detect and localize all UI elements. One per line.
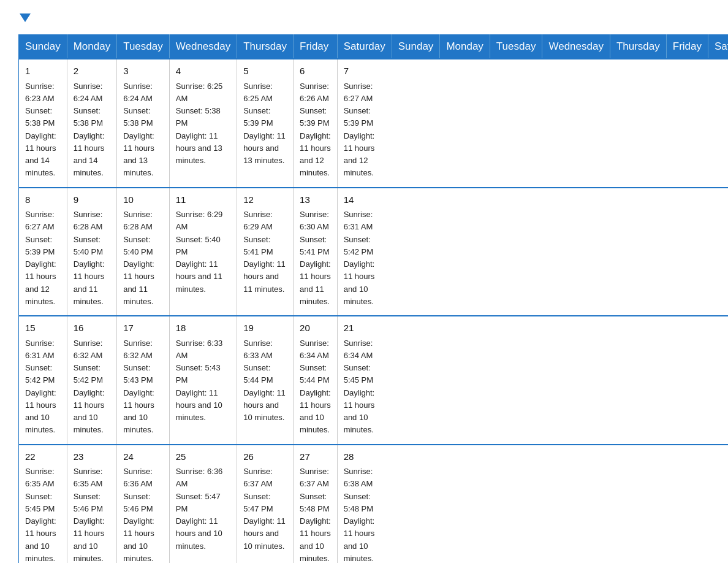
- day-info: Sunrise: 6:32 AMSunset: 5:43 PMDaylight:…: [123, 339, 154, 435]
- day-header-saturday: Saturday: [708, 35, 728, 59]
- day-cell: 4Sunrise: 6:25 AMSunset: 5:38 PMDaylight…: [169, 59, 237, 188]
- day-cell: 28Sunrise: 6:38 AMSunset: 5:48 PMDayligh…: [337, 445, 392, 564]
- day-cell: 21Sunrise: 6:34 AMSunset: 5:45 PMDayligh…: [337, 316, 392, 445]
- day-info: Sunrise: 6:25 AMSunset: 5:39 PMDaylight:…: [243, 82, 286, 166]
- day-info: Sunrise: 6:31 AMSunset: 5:42 PMDaylight:…: [25, 339, 56, 435]
- day-number: 24: [123, 450, 163, 464]
- day-cell: 14Sunrise: 6:31 AMSunset: 5:42 PMDayligh…: [337, 188, 392, 316]
- week-row-2: 8Sunrise: 6:27 AMSunset: 5:39 PMDaylight…: [19, 188, 729, 316]
- day-number: 13: [300, 193, 331, 207]
- day-info: Sunrise: 6:35 AMSunset: 5:46 PMDaylight:…: [74, 467, 105, 563]
- day-number: 3: [123, 64, 163, 79]
- day-header-friday: Friday: [666, 35, 708, 59]
- day-info: Sunrise: 6:24 AMSunset: 5:38 PMDaylight:…: [74, 82, 105, 178]
- day-cell: 2Sunrise: 6:24 AMSunset: 5:38 PMDaylight…: [67, 59, 116, 188]
- day-number: 10: [123, 193, 163, 207]
- day-info: Sunrise: 6:31 AMSunset: 5:42 PMDaylight:…: [344, 210, 375, 306]
- day-info: Sunrise: 6:30 AMSunset: 5:41 PMDaylight:…: [300, 210, 331, 306]
- day-header-thursday: Thursday: [237, 35, 294, 59]
- week-row-1: 1Sunrise: 6:23 AMSunset: 5:38 PMDaylight…: [19, 59, 729, 188]
- days-header-row: SundayMondayTuesdayWednesdayThursdayFrid…: [19, 35, 729, 59]
- day-cell: 17Sunrise: 6:32 AMSunset: 5:43 PMDayligh…: [117, 316, 170, 445]
- day-info: Sunrise: 6:37 AMSunset: 5:47 PMDaylight:…: [243, 467, 286, 551]
- day-number: 16: [74, 321, 110, 335]
- day-header-sunday: Sunday: [392, 35, 440, 59]
- day-number: 14: [344, 193, 386, 207]
- logo-triangle-icon: [20, 13, 31, 22]
- day-cell: 9Sunrise: 6:28 AMSunset: 5:40 PMDaylight…: [67, 188, 116, 316]
- day-header-friday: Friday: [294, 35, 338, 59]
- day-header-wednesday: Wednesday: [169, 35, 237, 59]
- day-header-thursday: Thursday: [610, 35, 666, 59]
- header: [18, 15, 710, 23]
- day-header-monday: Monday: [440, 35, 490, 59]
- day-number: 5: [243, 64, 287, 79]
- day-info: Sunrise: 6:32 AMSunset: 5:42 PMDaylight:…: [74, 339, 105, 435]
- day-number: 12: [243, 193, 287, 207]
- day-cell: 5Sunrise: 6:25 AMSunset: 5:39 PMDaylight…: [237, 59, 294, 188]
- day-info: Sunrise: 6:36 AMSunset: 5:46 PMDaylight:…: [123, 467, 154, 563]
- day-cell: 27Sunrise: 6:37 AMSunset: 5:48 PMDayligh…: [294, 445, 338, 564]
- day-info: Sunrise: 6:26 AMSunset: 5:39 PMDaylight:…: [300, 82, 331, 178]
- day-cell: 11Sunrise: 6:29 AMSunset: 5:40 PMDayligh…: [169, 188, 237, 316]
- day-number: 19: [243, 321, 287, 335]
- day-header-tuesday: Tuesday: [117, 35, 170, 59]
- day-number: 26: [243, 450, 287, 464]
- day-info: Sunrise: 6:27 AMSunset: 5:39 PMDaylight:…: [344, 82, 375, 178]
- week-row-3: 15Sunrise: 6:31 AMSunset: 5:42 PMDayligh…: [19, 316, 729, 445]
- day-header-tuesday: Tuesday: [490, 35, 542, 59]
- day-cell: 26Sunrise: 6:37 AMSunset: 5:47 PMDayligh…: [237, 445, 294, 564]
- day-number: 18: [176, 321, 230, 335]
- day-info: Sunrise: 6:23 AMSunset: 5:38 PMDaylight:…: [25, 82, 56, 178]
- day-info: Sunrise: 6:29 AMSunset: 5:40 PMDaylight:…: [176, 210, 223, 294]
- day-cell: 22Sunrise: 6:35 AMSunset: 5:45 PMDayligh…: [19, 445, 67, 564]
- day-cell: 25Sunrise: 6:36 AMSunset: 5:47 PMDayligh…: [169, 445, 237, 564]
- week-row-4: 22Sunrise: 6:35 AMSunset: 5:45 PMDayligh…: [19, 445, 729, 564]
- day-number: 6: [300, 64, 331, 79]
- day-info: Sunrise: 6:29 AMSunset: 5:41 PMDaylight:…: [243, 210, 286, 294]
- day-number: 28: [344, 450, 386, 464]
- day-number: 15: [25, 321, 61, 335]
- logo: [18, 15, 31, 23]
- day-header-monday: Monday: [67, 35, 116, 59]
- day-info: Sunrise: 6:24 AMSunset: 5:38 PMDaylight:…: [123, 82, 154, 178]
- day-number: 23: [74, 450, 110, 464]
- day-info: Sunrise: 6:35 AMSunset: 5:45 PMDaylight:…: [25, 467, 56, 563]
- day-info: Sunrise: 6:37 AMSunset: 5:48 PMDaylight:…: [300, 467, 331, 563]
- day-cell: 20Sunrise: 6:34 AMSunset: 5:44 PMDayligh…: [294, 316, 338, 445]
- day-info: Sunrise: 6:38 AMSunset: 5:48 PMDaylight:…: [344, 467, 375, 563]
- day-number: 2: [74, 64, 110, 79]
- day-cell: 10Sunrise: 6:28 AMSunset: 5:40 PMDayligh…: [117, 188, 170, 316]
- day-number: 21: [344, 321, 386, 335]
- day-header-saturday: Saturday: [337, 35, 392, 59]
- day-number: 7: [344, 64, 386, 79]
- day-info: Sunrise: 6:28 AMSunset: 5:40 PMDaylight:…: [74, 210, 105, 306]
- day-cell: 12Sunrise: 6:29 AMSunset: 5:41 PMDayligh…: [237, 188, 294, 316]
- day-cell: 18Sunrise: 6:33 AMSunset: 5:43 PMDayligh…: [169, 316, 237, 445]
- day-cell: 7Sunrise: 6:27 AMSunset: 5:39 PMDaylight…: [337, 59, 392, 188]
- day-info: Sunrise: 6:33 AMSunset: 5:43 PMDaylight:…: [176, 339, 223, 423]
- day-cell: 24Sunrise: 6:36 AMSunset: 5:46 PMDayligh…: [117, 445, 170, 564]
- day-number: 25: [176, 450, 230, 464]
- day-info: Sunrise: 6:34 AMSunset: 5:45 PMDaylight:…: [344, 339, 375, 435]
- day-header-wednesday: Wednesday: [542, 35, 610, 59]
- day-number: 17: [123, 321, 163, 335]
- day-cell: 16Sunrise: 6:32 AMSunset: 5:42 PMDayligh…: [67, 316, 116, 445]
- day-number: 1: [25, 64, 61, 79]
- day-number: 8: [25, 193, 61, 207]
- day-header-sunday: Sunday: [19, 35, 67, 59]
- day-info: Sunrise: 6:36 AMSunset: 5:47 PMDaylight:…: [176, 467, 223, 551]
- day-cell: 6Sunrise: 6:26 AMSunset: 5:39 PMDaylight…: [294, 59, 338, 188]
- day-cell: 13Sunrise: 6:30 AMSunset: 5:41 PMDayligh…: [294, 188, 338, 316]
- calendar-table: SundayMondayTuesdayWednesdayThursdayFrid…: [18, 34, 728, 563]
- day-cell: 15Sunrise: 6:31 AMSunset: 5:42 PMDayligh…: [19, 316, 67, 445]
- day-number: 11: [176, 193, 230, 207]
- day-number: 4: [176, 64, 230, 79]
- day-cell: 3Sunrise: 6:24 AMSunset: 5:38 PMDaylight…: [117, 59, 170, 188]
- day-info: Sunrise: 6:34 AMSunset: 5:44 PMDaylight:…: [300, 339, 331, 435]
- day-info: Sunrise: 6:25 AMSunset: 5:38 PMDaylight:…: [176, 82, 223, 166]
- day-info: Sunrise: 6:28 AMSunset: 5:40 PMDaylight:…: [123, 210, 154, 306]
- day-info: Sunrise: 6:33 AMSunset: 5:44 PMDaylight:…: [243, 339, 286, 423]
- day-number: 27: [300, 450, 331, 464]
- day-info: Sunrise: 6:27 AMSunset: 5:39 PMDaylight:…: [25, 210, 56, 306]
